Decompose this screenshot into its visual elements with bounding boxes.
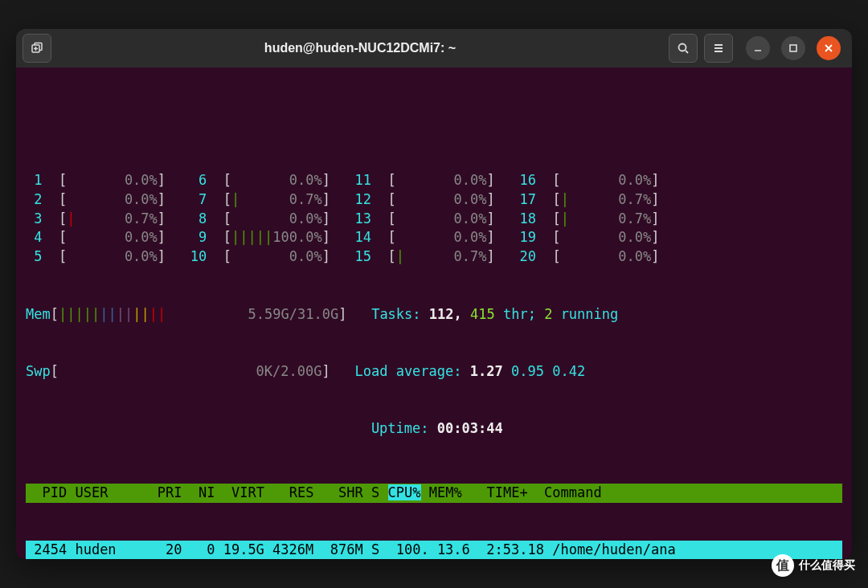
tasks-running: 2: [544, 306, 552, 322]
svg-point-1: [679, 44, 686, 51]
titlebar: huden@huden-NUC12DCMi7: ~: [16, 29, 852, 67]
swp-text: 0K/2.00G: [256, 363, 322, 379]
svg-rect-2: [790, 45, 796, 51]
watermark-text: 什么值得买: [799, 558, 855, 573]
col-res[interactable]: RES: [272, 484, 313, 500]
mem-row: Mem[||||||||||||| 5.59G/31.0G] Tasks: 11…: [26, 305, 842, 325]
col-s[interactable]: S: [371, 484, 379, 500]
menu-button[interactable]: [704, 34, 733, 63]
mem-label: Mem: [26, 306, 51, 322]
col-shr[interactable]: SHR: [322, 484, 363, 500]
process-list: 2454 huden 20 0 19.5G 4326M 876M S 100. …: [26, 541, 842, 559]
uptime-value: 00:03:44: [437, 420, 503, 436]
mem-bars: |||||||||||||: [59, 306, 166, 322]
uptime-row: Uptime: 00:03:44: [26, 419, 842, 439]
uptime-label: Uptime:: [371, 420, 437, 436]
terminal-body[interactable]: 1 [ 0.0%] 6 [ 0.0%] 11 [ 0.0%] 16 [ 0.0%…: [16, 67, 852, 559]
col-pid[interactable]: PID: [26, 484, 67, 500]
col-user[interactable]: USER: [75, 484, 149, 500]
close-button[interactable]: [817, 36, 841, 60]
col-mem[interactable]: MEM%: [429, 484, 462, 500]
load-5: 0.95: [511, 363, 544, 379]
col-cmd[interactable]: Command: [544, 484, 602, 500]
tasks-procs: 112: [429, 306, 454, 322]
maximize-button[interactable]: [781, 36, 805, 60]
col-cpu[interactable]: CPU%: [388, 484, 421, 500]
col-time[interactable]: TIME+: [470, 484, 536, 500]
load-15: 0.42: [552, 363, 585, 379]
window-title: huden@huden-NUC12DCMi7: ~: [58, 41, 662, 55]
blank-line: [26, 114, 842, 133]
load-1: 1.27: [470, 363, 503, 379]
swp-label: Swp: [26, 363, 51, 379]
swp-row: Swp[ 0K/2.00G] Load average: 1.27 0.95 0…: [26, 362, 842, 382]
terminal-window: huden@huden-NUC12DCMi7: ~ 1 [ 0.0%] 6 [ …: [16, 29, 852, 559]
search-button[interactable]: [669, 34, 698, 63]
watermark: 值 什么值得买: [772, 554, 855, 577]
table-row[interactable]: 2454 huden 20 0 19.5G 4326M 876M S 100. …: [26, 541, 842, 559]
watermark-logo: 值: [772, 554, 794, 577]
tasks-label: Tasks:: [371, 306, 429, 322]
minimize-button[interactable]: [746, 36, 770, 60]
tasks-threads: 415: [470, 306, 495, 322]
col-pri[interactable]: PRI: [158, 484, 182, 500]
col-virt[interactable]: VIRT: [223, 484, 264, 500]
mem-text: 5.59G/31.0G: [248, 306, 339, 322]
col-ni[interactable]: NI: [190, 484, 215, 500]
load-label: Load average:: [354, 363, 469, 379]
cpu-meters: 1 [ 0.0%] 6 [ 0.0%] 11 [ 0.0%] 16 [ 0.0%…: [26, 171, 842, 267]
new-tab-button[interactable]: [23, 34, 51, 63]
process-header[interactable]: PID USER PRI NI VIRT RES SHR S CPU% MEM%…: [26, 484, 842, 503]
